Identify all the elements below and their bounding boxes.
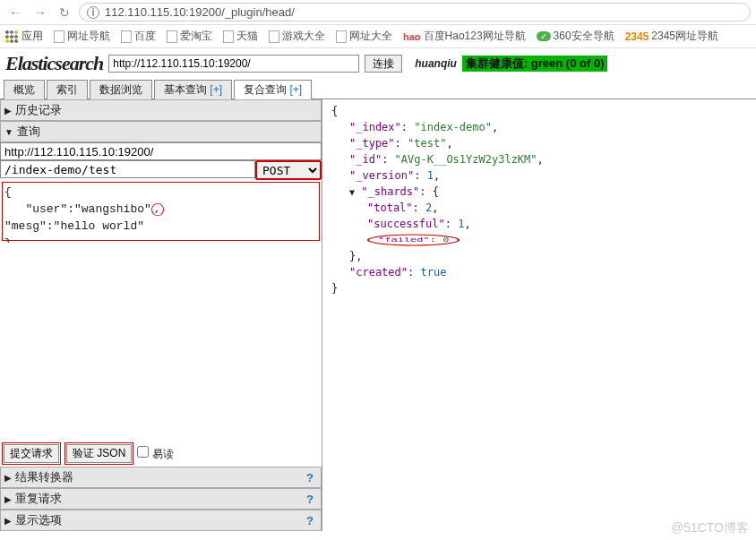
- page-icon: [269, 30, 279, 43]
- help-icon[interactable]: ?: [306, 471, 314, 484]
- apps-button[interactable]: 应用: [5, 29, 43, 44]
- watermark: @51CTO博客: [671, 520, 749, 531]
- submit-button[interactable]: 提交请求: [4, 444, 59, 463]
- triangle-right-icon: ▶: [4, 494, 12, 504]
- ellipse-annotation: "failed": 0: [367, 234, 460, 245]
- triangle-right-icon: ▶: [4, 106, 12, 116]
- triangle-down-icon[interactable]: ▼: [349, 187, 355, 197]
- bookmark-item[interactable]: 23452345网址导航: [625, 29, 718, 44]
- shield-icon: ✓: [537, 31, 551, 41]
- method-select[interactable]: POST: [257, 162, 320, 178]
- bookmark-item[interactable]: 网址导航: [54, 29, 110, 44]
- tab-indices[interactable]: 索引: [47, 80, 88, 99]
- page-icon: [54, 30, 64, 43]
- repeat-panel-header[interactable]: ▶ 重复请求?: [0, 488, 322, 510]
- page-icon: [223, 30, 234, 43]
- connect-button[interactable]: 连接: [365, 55, 402, 73]
- info-icon[interactable]: i: [87, 6, 99, 19]
- history-panel-header[interactable]: ▶ 历史记录: [0, 99, 322, 121]
- bookmark-item[interactable]: 网址大全: [336, 29, 392, 44]
- hao-icon: hao: [403, 31, 421, 42]
- triangle-right-icon: ▶: [4, 473, 12, 483]
- ellipse-annotation: ,: [151, 203, 164, 216]
- server-url-input[interactable]: [108, 55, 359, 73]
- query-path-input[interactable]: [0, 160, 255, 178]
- validate-highlight: 验证 JSON: [64, 442, 133, 465]
- bookmark-item[interactable]: 百度: [121, 29, 156, 44]
- page-icon: [336, 30, 347, 43]
- help-icon[interactable]: ?: [306, 493, 314, 506]
- bookmarks-bar: 应用 网址导航 百度 爱淘宝 天猫 游戏大全 网址大全 hao百度Hao123网…: [0, 25, 756, 48]
- tab-browser[interactable]: 数据浏览: [90, 80, 152, 99]
- page-icon: [121, 30, 132, 43]
- tab-compound-query[interactable]: 复合查询 [+]: [234, 80, 312, 99]
- bookmark-item[interactable]: 爱淘宝: [167, 29, 212, 44]
- bookmark-item[interactable]: 游戏大全: [269, 29, 325, 44]
- transformer-panel-header[interactable]: ▶ 结果转换器?: [0, 467, 322, 488]
- query-server-input[interactable]: [0, 142, 322, 160]
- url-bar[interactable]: i 112.110.115.10:19200/_plugin/head/: [79, 3, 751, 21]
- pretty-checkbox-label[interactable]: 易读: [137, 446, 173, 462]
- help-icon[interactable]: ?: [306, 514, 314, 527]
- bookmark-item[interactable]: 天猫: [223, 29, 258, 44]
- page-icon: [167, 30, 177, 43]
- reload-icon[interactable]: ↻: [56, 5, 73, 20]
- tab-bar: 概览 索引 数据浏览 基本查询 [+] 复合查询 [+]: [0, 79, 756, 99]
- pretty-checkbox[interactable]: [137, 446, 149, 458]
- method-select-wrap: POST: [255, 160, 322, 180]
- bookmark-item[interactable]: ✓360安全导航: [537, 29, 614, 44]
- tab-overview[interactable]: 概览: [4, 80, 45, 99]
- submit-highlight: 提交请求: [2, 442, 61, 465]
- request-body-highlight: { "user":"wangshibo", "mesg":"hello worl…: [2, 182, 320, 241]
- tab-basic-query[interactable]: 基本查询 [+]: [154, 80, 232, 99]
- apps-grid-icon: [5, 30, 18, 43]
- bookmark-item[interactable]: hao百度Hao123网址导航: [403, 29, 526, 44]
- query-panel-header[interactable]: ▼ 查询: [0, 121, 322, 142]
- cluster-name: huanqiu: [415, 57, 457, 70]
- app-logo: Elasticsearch: [5, 52, 103, 75]
- display-panel-header[interactable]: ▶ 显示选项?: [0, 510, 322, 531]
- back-icon[interactable]: ←: [5, 5, 25, 20]
- url-text: 112.110.115.10:19200/_plugin/head/: [105, 5, 295, 19]
- triangle-down-icon: ▼: [4, 127, 13, 137]
- forward-icon[interactable]: →: [30, 5, 50, 20]
- cluster-health: 集群健康值: green (0 of 0): [462, 56, 608, 72]
- validate-json-button[interactable]: 验证 JSON: [66, 444, 132, 463]
- triangle-right-icon: ▶: [4, 516, 12, 526]
- response-panel: { "_index": "index-demo", "_type": "test…: [322, 99, 756, 531]
- request-body-textarea[interactable]: [0, 243, 322, 438]
- num-icon: 2345: [625, 30, 649, 43]
